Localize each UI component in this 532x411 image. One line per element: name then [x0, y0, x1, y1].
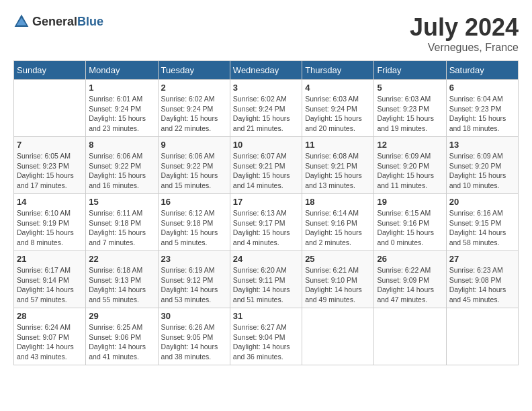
calendar-cell: 3Sunrise: 6:02 AM Sunset: 9:24 PM Daylig… — [230, 80, 302, 137]
calendar-cell: 24Sunrise: 6:20 AM Sunset: 9:11 PM Dayli… — [230, 251, 302, 308]
calendar-cell: 31Sunrise: 6:27 AM Sunset: 9:04 PM Dayli… — [230, 308, 302, 365]
cell-content: Sunrise: 6:21 AM Sunset: 9:10 PM Dayligh… — [305, 265, 371, 305]
cell-content: Sunrise: 6:10 AM Sunset: 9:19 PM Dayligh… — [17, 208, 83, 248]
calendar-cell: 5Sunrise: 6:03 AM Sunset: 9:23 PM Daylig… — [374, 80, 446, 137]
weekday-header-row: SundayMondayTuesdayWednesdayThursdayFrid… — [14, 61, 519, 80]
calendar-cell: 23Sunrise: 6:19 AM Sunset: 9:12 PM Dayli… — [158, 251, 230, 308]
logo: GeneralBlue — [13, 13, 103, 30]
weekday-header: Sunday — [14, 61, 86, 80]
calendar-week-row: 28Sunrise: 6:24 AM Sunset: 9:07 PM Dayli… — [14, 308, 519, 365]
day-number: 12 — [377, 140, 443, 150]
calendar-cell: 30Sunrise: 6:26 AM Sunset: 9:05 PM Dayli… — [158, 308, 230, 365]
day-number: 13 — [449, 140, 515, 150]
day-number: 24 — [233, 254, 299, 264]
cell-content: Sunrise: 6:14 AM Sunset: 9:16 PM Dayligh… — [305, 208, 371, 248]
day-number: 28 — [17, 311, 83, 321]
day-number: 4 — [305, 83, 371, 93]
day-number: 26 — [377, 254, 443, 264]
calendar-cell: 9Sunrise: 6:06 AM Sunset: 9:22 PM Daylig… — [158, 137, 230, 194]
cell-content: Sunrise: 6:25 AM Sunset: 9:06 PM Dayligh… — [89, 322, 154, 362]
cell-content: Sunrise: 6:20 AM Sunset: 9:11 PM Dayligh… — [233, 265, 299, 305]
calendar-cell: 27Sunrise: 6:23 AM Sunset: 9:08 PM Dayli… — [446, 251, 518, 308]
calendar-week-row: 14Sunrise: 6:10 AM Sunset: 9:19 PM Dayli… — [14, 194, 519, 251]
calendar-week-row: 21Sunrise: 6:17 AM Sunset: 9:14 PM Dayli… — [14, 251, 519, 308]
day-number: 30 — [161, 311, 227, 321]
day-number: 11 — [305, 140, 371, 150]
cell-content: Sunrise: 6:06 AM Sunset: 9:22 PM Dayligh… — [89, 151, 154, 191]
calendar-cell: 22Sunrise: 6:18 AM Sunset: 9:13 PM Dayli… — [86, 251, 158, 308]
cell-content: Sunrise: 6:02 AM Sunset: 9:24 PM Dayligh… — [161, 94, 227, 134]
day-number: 1 — [89, 83, 154, 93]
calendar-cell: 2Sunrise: 6:02 AM Sunset: 9:24 PM Daylig… — [158, 80, 230, 137]
cell-content: Sunrise: 6:26 AM Sunset: 9:05 PM Dayligh… — [161, 322, 227, 362]
cell-content: Sunrise: 6:19 AM Sunset: 9:12 PM Dayligh… — [161, 265, 227, 305]
calendar-week-row: 1Sunrise: 6:01 AM Sunset: 9:24 PM Daylig… — [14, 80, 519, 137]
cell-content: Sunrise: 6:04 AM Sunset: 9:23 PM Dayligh… — [449, 94, 515, 134]
day-number: 18 — [305, 197, 371, 207]
day-number: 2 — [161, 83, 227, 93]
day-number: 29 — [89, 311, 154, 321]
cell-content: Sunrise: 6:11 AM Sunset: 9:18 PM Dayligh… — [89, 208, 154, 248]
calendar-cell: 29Sunrise: 6:25 AM Sunset: 9:06 PM Dayli… — [86, 308, 158, 365]
calendar-table: SundayMondayTuesdayWednesdayThursdayFrid… — [13, 60, 519, 365]
calendar-cell: 17Sunrise: 6:13 AM Sunset: 9:17 PM Dayli… — [230, 194, 302, 251]
cell-content: Sunrise: 6:27 AM Sunset: 9:04 PM Dayligh… — [233, 322, 299, 362]
cell-content: Sunrise: 6:08 AM Sunset: 9:21 PM Dayligh… — [305, 151, 371, 191]
weekday-header: Tuesday — [158, 61, 230, 80]
calendar-cell: 28Sunrise: 6:24 AM Sunset: 9:07 PM Dayli… — [14, 308, 86, 365]
day-number: 17 — [233, 197, 299, 207]
cell-content: Sunrise: 6:03 AM Sunset: 9:24 PM Dayligh… — [305, 94, 371, 134]
day-number: 3 — [233, 83, 299, 93]
title-block: July 2024 Vernegues, France — [410, 13, 519, 54]
month-title: July 2024 — [410, 13, 519, 42]
calendar-cell — [14, 80, 86, 137]
weekday-header: Saturday — [446, 61, 518, 80]
calendar-cell: 21Sunrise: 6:17 AM Sunset: 9:14 PM Dayli… — [14, 251, 86, 308]
calendar-cell — [446, 308, 518, 365]
calendar-cell: 10Sunrise: 6:07 AM Sunset: 9:21 PM Dayli… — [230, 137, 302, 194]
weekday-header: Wednesday — [230, 61, 302, 80]
cell-content: Sunrise: 6:17 AM Sunset: 9:14 PM Dayligh… — [17, 265, 83, 305]
cell-content: Sunrise: 6:18 AM Sunset: 9:13 PM Dayligh… — [89, 265, 154, 305]
day-number: 7 — [17, 140, 83, 150]
calendar-cell: 25Sunrise: 6:21 AM Sunset: 9:10 PM Dayli… — [302, 251, 374, 308]
calendar-cell: 19Sunrise: 6:15 AM Sunset: 9:16 PM Dayli… — [374, 194, 446, 251]
day-number: 19 — [377, 197, 443, 207]
day-number: 27 — [449, 254, 515, 264]
calendar-cell: 16Sunrise: 6:12 AM Sunset: 9:18 PM Dayli… — [158, 194, 230, 251]
day-number: 6 — [449, 83, 515, 93]
calendar-cell: 13Sunrise: 6:09 AM Sunset: 9:20 PM Dayli… — [446, 137, 518, 194]
day-number: 31 — [233, 311, 299, 321]
logo-general-text: General — [32, 15, 77, 28]
cell-content: Sunrise: 6:15 AM Sunset: 9:16 PM Dayligh… — [377, 208, 443, 248]
calendar-cell: 4Sunrise: 6:03 AM Sunset: 9:24 PM Daylig… — [302, 80, 374, 137]
weekday-header: Monday — [86, 61, 158, 80]
day-number: 14 — [17, 197, 83, 207]
calendar-cell: 14Sunrise: 6:10 AM Sunset: 9:19 PM Dayli… — [14, 194, 86, 251]
calendar-cell: 12Sunrise: 6:09 AM Sunset: 9:20 PM Dayli… — [374, 137, 446, 194]
calendar-cell: 11Sunrise: 6:08 AM Sunset: 9:21 PM Dayli… — [302, 137, 374, 194]
cell-content: Sunrise: 6:06 AM Sunset: 9:22 PM Dayligh… — [161, 151, 227, 191]
calendar-cell: 15Sunrise: 6:11 AM Sunset: 9:18 PM Dayli… — [86, 194, 158, 251]
cell-content: Sunrise: 6:07 AM Sunset: 9:21 PM Dayligh… — [233, 151, 299, 191]
day-number: 8 — [89, 140, 154, 150]
weekday-header: Friday — [374, 61, 446, 80]
calendar-cell: 26Sunrise: 6:22 AM Sunset: 9:09 PM Dayli… — [374, 251, 446, 308]
day-number: 21 — [17, 254, 83, 264]
cell-content: Sunrise: 6:12 AM Sunset: 9:18 PM Dayligh… — [161, 208, 227, 248]
calendar-cell: 1Sunrise: 6:01 AM Sunset: 9:24 PM Daylig… — [86, 80, 158, 137]
calendar-week-row: 7Sunrise: 6:05 AM Sunset: 9:23 PM Daylig… — [14, 137, 519, 194]
day-number: 20 — [449, 197, 515, 207]
day-number: 10 — [233, 140, 299, 150]
day-number: 22 — [89, 254, 154, 264]
calendar-cell — [374, 308, 446, 365]
calendar-cell: 20Sunrise: 6:16 AM Sunset: 9:15 PM Dayli… — [446, 194, 518, 251]
cell-content: Sunrise: 6:09 AM Sunset: 9:20 PM Dayligh… — [449, 151, 515, 191]
cell-content: Sunrise: 6:05 AM Sunset: 9:23 PM Dayligh… — [17, 151, 83, 191]
day-number: 25 — [305, 254, 371, 264]
logo-blue-text: Blue — [77, 15, 103, 28]
cell-content: Sunrise: 6:22 AM Sunset: 9:09 PM Dayligh… — [377, 265, 443, 305]
logo-icon — [13, 13, 30, 30]
cell-content: Sunrise: 6:13 AM Sunset: 9:17 PM Dayligh… — [233, 208, 299, 248]
cell-content: Sunrise: 6:23 AM Sunset: 9:08 PM Dayligh… — [449, 265, 515, 305]
